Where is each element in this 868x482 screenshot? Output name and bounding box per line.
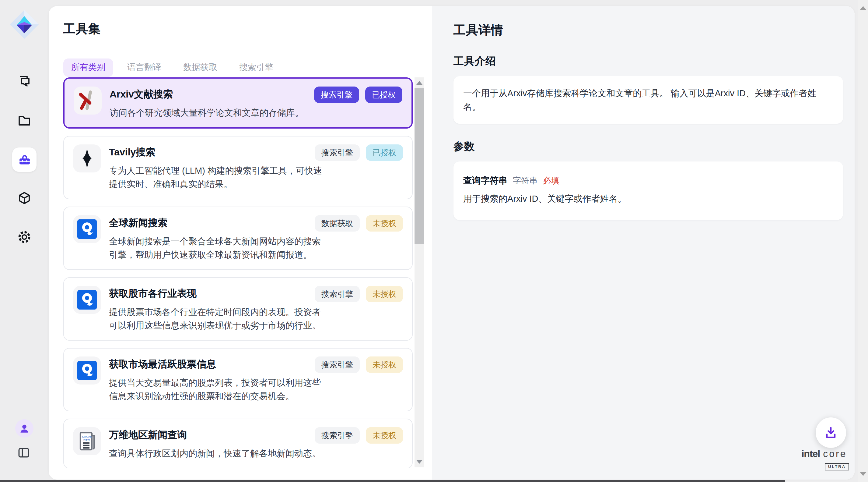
download-button[interactable]: [816, 418, 846, 448]
param-name: 查询字符串: [463, 175, 507, 187]
tab-translation[interactable]: 语言翻译: [119, 58, 169, 77]
toolbox-icon: [17, 153, 31, 167]
intel-core-logo: intelcore ULTRA: [794, 449, 855, 471]
main-panel: 工具集 所有类别 语言翻译 数据获取 搜索引擎: [49, 6, 855, 480]
chat-icon[interactable]: [17, 74, 32, 88]
local-news-icon: LOCAL NEW: [73, 427, 101, 455]
window-scroll-down-icon[interactable]: [860, 472, 866, 476]
toolset-title: 工具集: [63, 21, 101, 37]
tool-name: 万维地区新闻查询: [109, 427, 187, 441]
category-badge: 数据获取: [315, 215, 360, 231]
auth-status-badge: 已授权: [365, 87, 402, 103]
auth-status-badge: 未授权: [366, 427, 403, 444]
svg-text:LOCAL: LOCAL: [82, 435, 92, 438]
tool-name: Arxiv文献搜索: [110, 87, 173, 101]
core-wordmark: core: [823, 449, 847, 459]
param-type: 字符串: [513, 175, 537, 187]
arxiv-icon: [74, 87, 102, 115]
param-description: 用于搜索的Arxiv ID、关键字或作者姓名。: [463, 192, 833, 205]
download-icon: [823, 425, 839, 441]
detail-title: 工具详情: [454, 22, 843, 38]
tavily-star-icon: [73, 144, 101, 172]
tool-card-arxiv[interactable]: Arxiv文献搜索 搜索引擎 已授权 访问各个研究领域大量科学论文和文章的存储库…: [63, 77, 413, 129]
auth-status-badge: 未授权: [366, 357, 403, 373]
news-api-icon: [73, 357, 101, 385]
tool-list-section: 工具集 所有类别 语言翻译 数据获取 搜索引擎: [49, 6, 432, 480]
news-api-icon: [73, 286, 101, 314]
tab-data-fetch[interactable]: 数据获取: [175, 58, 225, 77]
tool-name: 全球新闻搜索: [109, 215, 167, 229]
app-window: 工具集 所有类别 语言翻译 数据获取 搜索引擎: [0, 0, 868, 482]
tool-card-stock-sectors[interactable]: 获取股市各行业表现 搜索引擎 未授权 提供股票市场各个行业在特定时间段内的表现。…: [63, 277, 413, 341]
params-heading: 参数: [454, 140, 843, 153]
tool-name: 获取市场最活跃股票信息: [109, 357, 216, 370]
intro-heading: 工具介绍: [454, 54, 843, 68]
category-tabs: 所有类别 语言翻译 数据获取 搜索引擎: [63, 58, 281, 77]
tool-description: 专为人工智能代理 (LLM) 构建的搜索引擎工具，可快速提供实时、准确和真实的结…: [109, 164, 326, 191]
scrollbar-thumb[interactable]: [414, 88, 424, 244]
tool-card-global-news[interactable]: 全球新闻搜索 数据获取 未授权 全球新闻搜索是一个聚合全球各大新闻网站内容的搜索…: [63, 206, 413, 270]
param-required-label: 必填: [543, 175, 559, 187]
category-badge: 搜索引擎: [315, 286, 360, 302]
person-icon: [18, 422, 31, 435]
param-card: 查询字符串 字符串 必填 用于搜索的Arxiv ID、关键字或作者姓名。: [454, 162, 843, 220]
settings-gear-icon[interactable]: [17, 230, 32, 244]
svg-text:NEW: NEW: [83, 438, 90, 441]
auth-status-badge: 未授权: [366, 215, 403, 231]
folder-icon[interactable]: [17, 113, 32, 128]
toolbox-nav-active[interactable]: [12, 147, 36, 172]
tool-card-local-news[interactable]: LOCAL NEW 万维地区新闻查询 搜索引擎 未授权: [63, 419, 413, 468]
window-bottom-edge: [0, 480, 785, 482]
app-logo-icon: [8, 8, 41, 41]
tool-description: 查询具体行政区划内的新闻，快速了解各地新闻动态。: [109, 447, 326, 460]
tool-detail-section: 工具详情 工具介绍 一个用于从Arxiv存储库搜索科学论文和文章的工具。 输入可…: [432, 6, 855, 480]
tool-description: 提供当天交易量最高的股票列表，投资者可以利用这些信息来识别流动性强的股票和潜在的…: [109, 376, 326, 403]
window-scrollbar[interactable]: [858, 0, 868, 482]
tool-description: 全球新闻搜索是一个聚合全球各大新闻网站内容的搜索引擎，帮助用户快速获取全球最新资…: [109, 235, 326, 261]
category-badge: 搜索引擎: [314, 87, 359, 103]
auth-status-badge: 未授权: [366, 286, 403, 302]
tool-card-list: Arxiv文献搜索 搜索引擎 已授权 访问各个研究领域大量科学论文和文章的存储库…: [63, 77, 415, 468]
user-avatar[interactable]: [15, 419, 33, 437]
tab-search-engine[interactable]: 搜索引擎: [231, 58, 281, 77]
category-badge: 搜索引擎: [315, 144, 360, 161]
ultra-badge: ULTRA: [825, 463, 849, 470]
cube-icon[interactable]: [17, 191, 32, 205]
window-scroll-up-icon[interactable]: [860, 6, 866, 10]
sidebar-toggle-icon[interactable]: [17, 446, 32, 461]
intro-text: 一个用于从Arxiv存储库搜索科学论文和文章的工具。 输入可以是Arxiv ID…: [463, 87, 833, 113]
intro-card: 一个用于从Arxiv存储库搜索科学论文和文章的工具。 输入可以是Arxiv ID…: [454, 76, 843, 124]
tab-all-categories[interactable]: 所有类别: [63, 58, 113, 77]
tool-description: 提供股票市场各个行业在特定时间段内的表现。投资者可以利用这些信息来识别表现优于或…: [109, 305, 326, 332]
auth-status-badge: 已授权: [366, 144, 403, 161]
scroll-up-arrow-icon[interactable]: [416, 81, 422, 85]
left-rail: [0, 0, 49, 482]
intel-wordmark: intel: [801, 449, 820, 459]
category-badge: 搜索引擎: [315, 427, 360, 444]
tool-list-scrollbar[interactable]: [414, 77, 424, 467]
scroll-down-arrow-icon[interactable]: [416, 460, 422, 464]
category-badge: 搜索引擎: [315, 357, 360, 373]
tool-card-active-stocks[interactable]: 获取市场最活跃股票信息 搜索引擎 未授权 提供当天交易量最高的股票列表，投资者可…: [63, 348, 413, 411]
tool-name: 获取股市各行业表现: [109, 286, 196, 300]
tool-name: Tavily搜索: [109, 144, 155, 159]
tool-card-tavily[interactable]: Tavily搜索 搜索引擎 已授权 专为人工智能代理 (LLM) 构建的搜索引擎…: [63, 136, 413, 199]
tool-description: 访问各个研究领域大量科学论文和文章的存储库。: [110, 106, 326, 119]
news-api-icon: [73, 215, 101, 243]
